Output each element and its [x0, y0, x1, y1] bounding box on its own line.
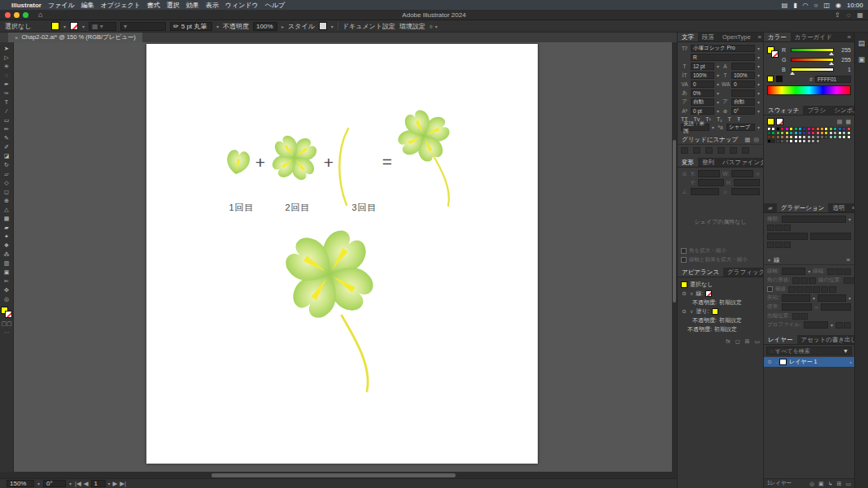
layer-visibility-icon[interactable]: ⊙ — [766, 359, 773, 365]
vertical-scrollbar-thumb[interactable] — [673, 140, 676, 303]
freeform-gradient-icon[interactable] — [783, 224, 791, 231]
tab-opentype[interactable]: OpenType — [718, 33, 755, 41]
lasso-tool[interactable]: ◌ — [1, 71, 13, 80]
tab-gradient[interactable]: グラデーション — [777, 203, 829, 212]
canvas-viewport[interactable]: + + = 1回目 2回目 3回目 — [14, 42, 672, 472]
color-fill-stroke-indicator[interactable] — [767, 46, 779, 58]
type-tool[interactable]: T — [1, 98, 13, 107]
first-artboard-icon[interactable]: |◀ — [75, 480, 81, 487]
menu-window[interactable]: ウィンドウ — [225, 1, 259, 10]
style-swatch[interactable] — [319, 22, 327, 30]
swatch[interactable] — [807, 139, 811, 143]
language-field[interactable]: 英語：米国 — [681, 124, 709, 131]
fill-color-swatch[interactable] — [51, 22, 59, 30]
round-join-icon[interactable] — [800, 277, 808, 284]
expand-icon[interactable]: ∨ — [690, 290, 693, 296]
appearance-fill-row[interactable]: ⊙ ∨ 塗り: — [681, 307, 760, 316]
artboard-number-field[interactable]: 1 — [91, 480, 106, 487]
gradient-stop-icon[interactable] — [775, 242, 783, 248]
font-style-field[interactable]: R — [691, 54, 755, 61]
constrain-link-icon[interactable]: ∞ — [756, 171, 760, 176]
align-right-icon[interactable] — [705, 147, 713, 154]
scale-tool[interactable]: ▱ — [1, 169, 13, 178]
opacity-link[interactable]: 初期設定 — [714, 325, 737, 333]
opacity-link[interactable]: 初期設定 — [719, 298, 742, 307]
color-slider[interactable] — [791, 58, 834, 62]
projecting-cap-icon[interactable] — [844, 268, 851, 275]
stroke-color-swatch[interactable] — [70, 22, 78, 30]
zoom-window-button[interactable] — [23, 12, 28, 18]
stroke-dropdown-icon[interactable]: ▾ — [82, 24, 85, 29]
flip-along-icon[interactable] — [835, 322, 843, 329]
search-icon[interactable]: ◌ — [847, 11, 851, 19]
swatch[interactable] — [811, 139, 815, 143]
menu-object[interactable]: オブジェクト — [101, 1, 141, 10]
character-field[interactable]: 100% — [691, 72, 714, 79]
stroke-weight-field[interactable]: ▦ ▾ — [89, 22, 116, 31]
link-scale-icon[interactable]: ∞ — [814, 304, 818, 310]
gradient-ratio-field[interactable] — [810, 233, 851, 240]
align-options-icon[interactable]: ⊪ ▾ — [430, 24, 438, 29]
delete-item-icon[interactable]: ▭ — [754, 338, 760, 345]
menu-select[interactable]: 選択 — [167, 1, 180, 10]
artboard-dropdown-icon[interactable]: ▾ — [108, 481, 111, 486]
swatch[interactable] — [802, 139, 806, 143]
gradient-tool[interactable]: ▰ — [1, 223, 13, 232]
document-tab[interactable]: × Chap2-02.ai* @ 150 % (RGB/プレビュー) — [8, 33, 142, 42]
swatch[interactable] — [838, 135, 842, 139]
clear-appearance-icon[interactable]: ◻ — [735, 338, 740, 345]
swatch[interactable] — [771, 139, 775, 143]
swatch[interactable] — [798, 139, 802, 143]
tab-color-guide[interactable]: カラーガイド — [791, 33, 836, 41]
tab-color[interactable]: カラー — [764, 33, 791, 41]
menu-file[interactable]: ファイル — [48, 1, 75, 10]
layer-target-icon[interactable]: ◦ — [850, 359, 852, 365]
style-dropdown-icon[interactable]: ▾ — [331, 24, 334, 29]
swatch-view-icon[interactable]: ▦ — [845, 119, 851, 125]
delete-layer-icon[interactable]: ▭ — [845, 481, 851, 487]
w-field[interactable] — [731, 170, 753, 177]
wifi-icon[interactable]: ◠ — [803, 2, 809, 9]
direct-selection-tool[interactable]: ▷ — [1, 53, 13, 62]
character-field[interactable]: 0 pt — [691, 107, 714, 115]
swatch[interactable] — [816, 139, 820, 143]
eyedropper-tool[interactable]: ✦ — [1, 232, 13, 241]
tip-extend-icon[interactable] — [792, 313, 800, 320]
scale-corners-checkbox[interactable] — [681, 248, 687, 254]
width-tool[interactable]: ◇ — [1, 178, 13, 187]
graph-tool[interactable]: ▥ — [1, 259, 13, 268]
variable-width-field[interactable]: ▾ — [120, 22, 166, 31]
prev-artboard-icon[interactable]: ◀ — [84, 480, 89, 487]
menu-edit[interactable]: 編集 — [81, 1, 94, 10]
scale-strokes-checkbox[interactable] — [681, 257, 687, 263]
app-menu[interactable]: Illustrator — [11, 2, 41, 9]
opacity-link[interactable]: 初期設定 — [719, 316, 742, 325]
character-field[interactable]: 0 — [731, 81, 755, 88]
fill-dropdown-icon[interactable]: ▾ — [63, 24, 66, 29]
character-field[interactable]: 100% — [731, 72, 755, 79]
panel-menu-icon[interactable]: ≡ — [844, 33, 854, 41]
rotate-field[interactable] — [691, 188, 719, 195]
swatch[interactable] — [767, 127, 771, 131]
appearance-stroke-opacity-row[interactable]: 不透明度: 初期設定 — [681, 298, 760, 307]
align-top-icon[interactable] — [718, 147, 725, 154]
swatch[interactable] — [824, 135, 828, 139]
round-cap-icon[interactable] — [835, 268, 843, 275]
next-artboard-icon[interactable]: ▶ — [113, 480, 118, 487]
antialias-field[interactable]: シャープ — [726, 124, 755, 131]
cc-libraries-icon[interactable]: ▤ — [858, 39, 866, 47]
color-spectrum-bar[interactable] — [767, 85, 851, 95]
character-field[interactable] — [731, 63, 755, 70]
menu-type[interactable]: 書式 — [147, 1, 160, 10]
selection-tool[interactable]: ➤ — [1, 44, 13, 53]
type-toggle-button[interactable]: T₁ — [717, 116, 722, 122]
zoom-tool[interactable]: ◎ — [1, 294, 13, 303]
expand-icon[interactable]: ∨ — [690, 308, 693, 314]
character-field[interactable] — [731, 89, 755, 97]
display-icon[interactable]: ▤ — [782, 2, 788, 9]
new-sublayer-icon[interactable]: ↳ — [828, 481, 833, 487]
battery-icon[interactable]: ▮ — [793, 2, 796, 9]
arrow-start-field[interactable] — [782, 294, 810, 302]
x-field[interactable] — [698, 170, 720, 177]
swatch[interactable] — [789, 139, 793, 143]
